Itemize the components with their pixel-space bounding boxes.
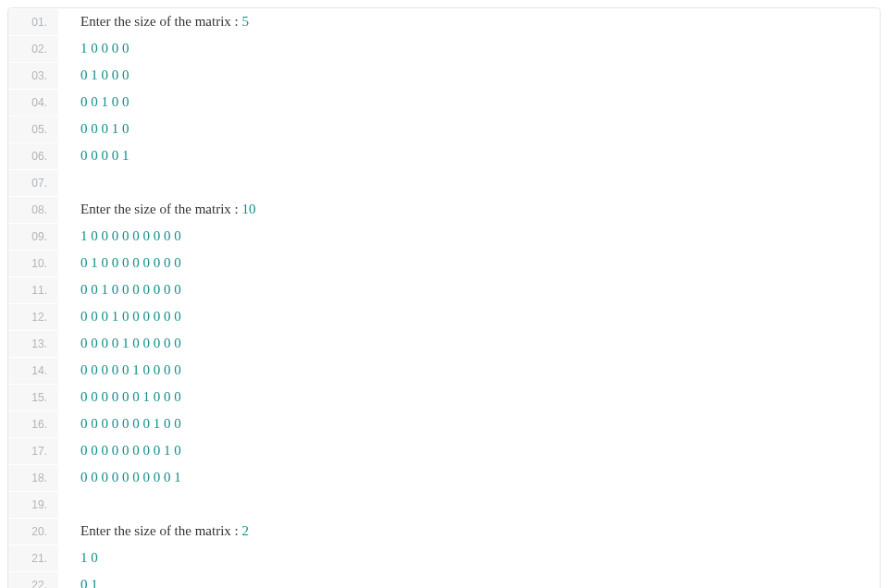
matrix-value: 0 — [91, 470, 98, 484]
line-content: 0 0 0 1 0 — [58, 116, 130, 141]
matrix-value: 0 — [102, 443, 109, 458]
code-line: 19. — [8, 491, 880, 518]
line-content: 0 1 0 0 0 — [58, 62, 130, 88]
matrix-value: 0 — [164, 282, 171, 297]
matrix-value: 0 — [102, 121, 109, 136]
matrix-value: 0 — [154, 309, 161, 324]
matrix-value: 0 — [122, 121, 130, 136]
matrix-value: 0 — [80, 255, 88, 270]
matrix-value: 1 — [80, 550, 88, 565]
matrix-value: 0 — [143, 255, 151, 270]
prompt-text: Enter the size of the matrix : — [80, 14, 242, 29]
matrix-value: 0 — [143, 443, 151, 458]
line-number: 19. — [8, 492, 58, 518]
matrix-value: 0 — [91, 282, 98, 297]
line-content — [58, 169, 84, 195]
matrix-value: 0 — [122, 94, 130, 109]
matrix-value: 0 — [80, 336, 88, 350]
line-number: 07. — [8, 170, 58, 196]
code-line: 14.0 0 0 0 0 1 0 0 0 0 — [8, 357, 880, 384]
matrix-value: 0 — [91, 121, 98, 136]
code-line: 20.Enter the size of the matrix : 2 — [8, 518, 880, 545]
line-content: 1 0 0 0 0 0 0 0 0 0 — [58, 223, 181, 249]
code-line: 09.1 0 0 0 0 0 0 0 0 0 — [8, 223, 880, 250]
line-number: 17. — [8, 438, 58, 464]
matrix-value: 0 — [91, 416, 98, 431]
line-number: 22. — [8, 572, 58, 588]
line-number: 11. — [8, 277, 58, 303]
line-content: 1 0 — [58, 545, 98, 570]
matrix-value: 0 — [164, 416, 171, 431]
matrix-value: 0 — [174, 309, 181, 324]
matrix-value: 0 — [112, 67, 119, 82]
line-content: Enter the size of the matrix : 5 — [58, 8, 249, 34]
matrix-value: 0 — [154, 470, 161, 484]
line-number: 12. — [8, 304, 58, 330]
code-line: 08.Enter the size of the matrix : 10 — [8, 196, 880, 223]
line-content: 0 0 0 0 0 0 0 0 1 0 — [58, 437, 181, 463]
matrix-value: 0 — [132, 309, 140, 324]
matrix-value: 0 — [112, 389, 119, 404]
code-line: 05.0 0 0 1 0 — [8, 116, 880, 142]
line-number: 14. — [8, 358, 58, 384]
line-content: 0 1 0 0 0 0 0 0 0 0 — [58, 250, 181, 276]
matrix-value: 0 — [122, 309, 130, 324]
matrix-value: 0 — [164, 255, 171, 270]
matrix-value: 0 — [122, 41, 130, 55]
matrix-value: 0 — [102, 148, 109, 163]
matrix-value: 0 — [91, 389, 98, 404]
code-line: 13.0 0 0 0 1 0 0 0 0 0 — [8, 330, 880, 357]
matrix-value: 0 — [102, 228, 109, 243]
matrix-value: 0 — [174, 255, 181, 270]
line-number: 03. — [8, 63, 58, 89]
matrix-value: 1 — [91, 577, 98, 588]
matrix-value: 0 — [154, 362, 161, 377]
matrix-value: 0 — [91, 148, 98, 163]
matrix-value: 1 — [154, 416, 161, 431]
line-content — [58, 491, 84, 517]
matrix-value: 0 — [91, 41, 98, 55]
code-line: 21.1 0 — [8, 545, 880, 571]
matrix-value: 0 — [80, 389, 88, 404]
matrix-value: 0 — [112, 255, 119, 270]
matrix-value: 0 — [102, 416, 109, 431]
matrix-value: 0 — [112, 362, 119, 377]
line-content: 0 0 0 0 0 1 0 0 0 0 — [58, 357, 181, 383]
prompt-value: 5 — [242, 14, 250, 29]
line-content: 0 0 0 0 1 0 0 0 0 0 — [58, 330, 181, 356]
code-line: 17.0 0 0 0 0 0 0 0 1 0 — [8, 437, 880, 464]
matrix-value: 0 — [122, 67, 130, 82]
prompt-text: Enter the size of the matrix : — [80, 523, 242, 538]
code-line: 22.0 1 — [8, 571, 880, 588]
matrix-value: 0 — [112, 282, 119, 297]
matrix-value: 0 — [80, 121, 88, 136]
matrix-value: 0 — [102, 362, 109, 377]
line-number: 15. — [8, 385, 58, 410]
matrix-value: 0 — [132, 443, 140, 458]
matrix-value: 0 — [143, 228, 151, 243]
matrix-value: 0 — [112, 416, 119, 431]
matrix-value: 0 — [112, 228, 119, 243]
matrix-value: 0 — [174, 389, 181, 404]
line-number: 02. — [8, 36, 58, 62]
matrix-value: 0 — [143, 470, 151, 484]
matrix-value: 0 — [143, 336, 151, 350]
matrix-value: 0 — [174, 416, 181, 431]
matrix-value: 0 — [80, 282, 88, 297]
line-number: 16. — [8, 411, 58, 437]
matrix-value: 0 — [164, 470, 171, 484]
matrix-value: 1 — [164, 443, 171, 458]
matrix-value: 0 — [122, 282, 130, 297]
matrix-value: 0 — [154, 443, 161, 458]
matrix-value: 1 — [112, 121, 119, 136]
code-line: 07. — [8, 169, 880, 196]
matrix-value: 0 — [132, 255, 140, 270]
line-content: 0 0 0 0 0 0 0 1 0 0 — [58, 410, 181, 436]
matrix-value: 1 — [91, 255, 98, 270]
code-line: 02.1 0 0 0 0 — [8, 35, 880, 62]
matrix-value: 0 — [102, 309, 109, 324]
matrix-value: 1 — [80, 41, 88, 55]
matrix-value: 0 — [154, 228, 161, 243]
matrix-value: 0 — [122, 389, 130, 404]
code-line: 03.0 1 0 0 0 — [8, 62, 880, 89]
